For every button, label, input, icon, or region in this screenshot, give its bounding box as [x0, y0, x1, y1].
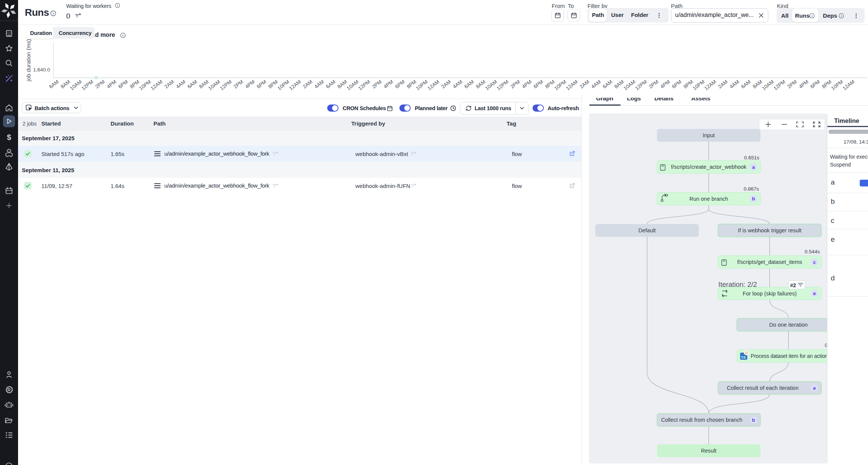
svg-text:a: a [752, 164, 755, 170]
svg-text:2AM: 2AM [302, 79, 313, 90]
svg-text:4PM: 4PM [659, 79, 671, 90]
svg-text:6PM: 6PM [671, 79, 683, 90]
svg-text:job duration (ms): job duration (ms) [25, 39, 32, 82]
svg-text:12AM: 12AM [150, 79, 164, 92]
svg-text:2AM: 2AM [717, 79, 729, 90]
svg-text:10PM: 10PM [553, 79, 567, 92]
svg-text:12PM: 12PM [80, 79, 94, 92]
svg-text:For loop (skip failures): For loop (skip failures) [743, 291, 797, 297]
svg-text:Default: Default [639, 227, 656, 233]
svg-text:4AM: 4AM [313, 79, 325, 90]
svg-text:6PM: 6PM [256, 79, 267, 90]
svg-text:4AM: 4AM [175, 79, 187, 90]
svg-text:10AM: 10AM [761, 79, 775, 92]
svg-text:12PM: 12PM [219, 79, 233, 92]
svg-text:Iteration: 2/2: Iteration: 2/2 [718, 280, 757, 288]
svg-text:12AM: 12AM [703, 79, 717, 92]
svg-text:1,640.0: 1,640.0 [33, 67, 50, 73]
svg-text:Collect result of each iterati: Collect result of each iteration [727, 385, 798, 391]
svg-text:2PM: 2PM [648, 79, 660, 90]
svg-text:e: e [813, 385, 816, 391]
svg-text:TS: TS [741, 355, 745, 359]
svg-text:Do one iteration: Do one iteration [769, 322, 807, 328]
svg-text:0.867s: 0.867s [744, 186, 759, 192]
svg-text:c: c [813, 259, 816, 265]
svg-text:4AM: 4AM [590, 79, 602, 90]
svg-text:12PM: 12PM [772, 79, 786, 92]
svg-text:2PM: 2PM [94, 79, 106, 90]
svg-text:10PM: 10PM [415, 79, 429, 92]
svg-text:10AM: 10AM [622, 79, 636, 92]
svg-text:If is webhook trigger result: If is webhook trigger result [738, 227, 801, 233]
svg-text:2PM: 2PM [371, 79, 383, 90]
svg-text:4PM: 4PM [382, 79, 394, 90]
svg-text:10PM: 10PM [138, 79, 152, 92]
svg-text:b: b [752, 417, 755, 423]
svg-text:2AM: 2AM [579, 79, 590, 90]
svg-text:12PM: 12PM [634, 79, 648, 92]
svg-text:2PM: 2PM [510, 79, 521, 90]
svg-text:6PM: 6PM [809, 79, 821, 90]
svg-text:4PM: 4PM [244, 79, 256, 90]
svg-text:#2: #2 [790, 282, 796, 288]
svg-text:12AM: 12AM [842, 79, 856, 92]
svg-text:10PM: 10PM [830, 79, 844, 92]
svg-text:4AM: 4AM [452, 79, 463, 90]
svg-text:10AM: 10AM [69, 79, 83, 92]
svg-text:2PM: 2PM [232, 79, 244, 90]
svg-text:Result: Result [701, 448, 716, 454]
svg-text:6AM: 6AM [325, 79, 337, 90]
svg-text:4PM: 4PM [521, 79, 533, 90]
svg-text:10PM: 10PM [276, 79, 290, 92]
svg-text:12AM: 12AM [288, 79, 302, 92]
svg-text:6AM: 6AM [187, 79, 198, 90]
svg-text:6AM: 6AM [463, 79, 475, 90]
svg-text:10AM: 10AM [207, 79, 221, 92]
svg-text:$: $ [7, 133, 11, 141]
svg-text:Process dataset item for an ac: Process dataset item for an action [751, 353, 827, 359]
svg-text:12AM: 12AM [426, 79, 440, 92]
svg-text:e: e [813, 291, 816, 296]
svg-text:10AM: 10AM [484, 79, 498, 92]
svg-text:2AM: 2AM [163, 79, 175, 90]
svg-text:4PM: 4PM [106, 79, 117, 90]
svg-text:6AM: 6AM [740, 79, 752, 90]
svg-text:10PM: 10PM [692, 79, 706, 92]
svg-text:12AM: 12AM [565, 79, 579, 92]
svg-text:6PM: 6PM [533, 79, 544, 90]
svg-text:6AM: 6AM [602, 79, 613, 90]
svg-text:2PM: 2PM [786, 79, 798, 90]
svg-text:12PM: 12PM [357, 79, 371, 92]
svg-text:Collect result from chosen bra: Collect result from chosen branch [661, 417, 742, 423]
svg-text:4PM: 4PM [798, 79, 809, 90]
svg-text:6PM: 6PM [117, 79, 129, 90]
svg-text:10AM: 10AM [346, 79, 360, 92]
svg-text:f/scripts/get_dataset_items: f/scripts/get_dataset_items [737, 259, 802, 265]
svg-text:Input: Input [703, 132, 715, 138]
svg-text:6PM: 6PM [394, 79, 406, 90]
svg-text:0.651s: 0.651s [744, 155, 759, 161]
svg-text:2AM: 2AM [440, 79, 452, 90]
svg-text:0.544s: 0.544s [804, 249, 820, 254]
svg-text:6AM: 6AM [48, 79, 60, 90]
svg-text:Run one branch: Run one branch [689, 196, 728, 202]
svg-text:b: b [752, 196, 755, 201]
svg-text:4AM: 4AM [728, 79, 740, 90]
svg-text:f/scripts/create_actor_webhook: f/scripts/create_actor_webhook [671, 164, 747, 170]
svg-text:12PM: 12PM [496, 79, 510, 92]
